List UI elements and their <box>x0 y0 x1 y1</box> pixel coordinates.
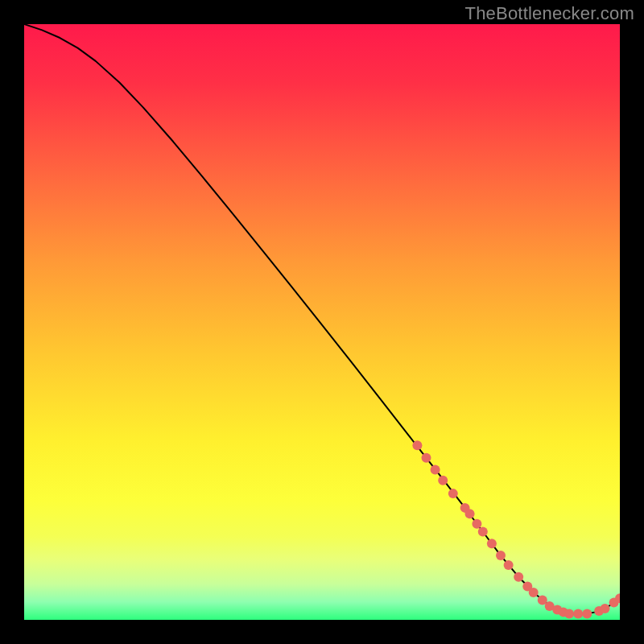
marker-dot <box>478 526 488 536</box>
marker-dot <box>487 539 497 548</box>
marker-dot <box>529 588 539 597</box>
marker-dot <box>448 489 458 498</box>
marker-dot <box>582 609 592 619</box>
marker-dot <box>573 609 583 619</box>
marker-dot <box>496 551 506 560</box>
marker-dot <box>514 572 523 582</box>
chart-canvas: TheBottlenecker.com <box>0 0 644 644</box>
marker-dot <box>438 476 448 485</box>
marker-dot <box>564 609 574 619</box>
marker-dot <box>412 440 422 450</box>
marker-dot <box>465 509 475 518</box>
marker-dot <box>431 465 440 475</box>
plot-area <box>24 24 620 620</box>
marker-dot <box>472 519 481 529</box>
plot-svg <box>24 24 620 620</box>
marker-dot <box>601 604 610 613</box>
marker-dot <box>422 453 431 463</box>
marker-dot <box>504 560 514 570</box>
gradient-background <box>24 24 620 620</box>
watermark-text: TheBottlenecker.com <box>465 3 634 24</box>
